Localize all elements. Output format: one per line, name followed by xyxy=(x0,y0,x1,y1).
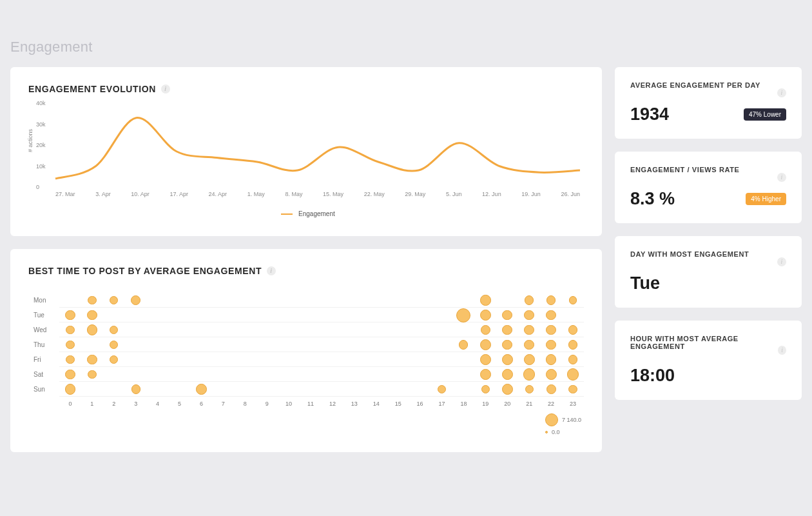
bubble-cell[interactable] xyxy=(59,293,81,308)
bubble-cell[interactable] xyxy=(59,367,81,382)
bubble-cell[interactable] xyxy=(518,352,540,367)
bubble-cell[interactable] xyxy=(409,337,431,352)
bubble-cell[interactable] xyxy=(147,337,169,352)
bubble-cell[interactable] xyxy=(300,382,322,397)
bubble-cell[interactable] xyxy=(322,352,343,367)
bubble-cell[interactable] xyxy=(234,308,256,322)
bubble-cell[interactable] xyxy=(540,337,562,352)
bubble-cell[interactable] xyxy=(562,337,584,352)
bubble-cell[interactable] xyxy=(59,337,81,352)
bubble-cell[interactable] xyxy=(387,382,409,397)
bubble-cell[interactable] xyxy=(212,308,234,322)
bubble-cell[interactable] xyxy=(256,293,278,308)
bubble-cell[interactable] xyxy=(365,308,387,322)
bubble-cell[interactable] xyxy=(81,308,103,322)
bubble-cell[interactable] xyxy=(431,352,453,367)
bubble-cell[interactable] xyxy=(147,382,169,397)
bubble-cell[interactable] xyxy=(59,308,81,322)
bubble-cell[interactable] xyxy=(103,352,125,367)
bubble-cell[interactable] xyxy=(256,337,278,352)
bubble-cell[interactable] xyxy=(103,337,125,352)
bubble-cell[interactable] xyxy=(431,293,453,308)
bubble-cell[interactable] xyxy=(474,382,496,397)
bubble-cell[interactable] xyxy=(409,367,431,382)
info-icon[interactable] xyxy=(161,84,170,94)
bubble-cell[interactable] xyxy=(81,352,103,367)
bubble-cell[interactable] xyxy=(147,367,169,382)
bubble-cell[interactable] xyxy=(234,352,256,367)
bubble-cell[interactable] xyxy=(212,337,234,352)
bubble-cell[interactable] xyxy=(212,293,234,308)
bubble-cell[interactable] xyxy=(234,337,256,352)
bubble-cell[interactable] xyxy=(409,308,431,322)
bubble-cell[interactable] xyxy=(387,337,409,352)
bubble-cell[interactable] xyxy=(322,322,343,337)
bubble-cell[interactable] xyxy=(474,337,496,352)
bubble-cell[interactable] xyxy=(300,293,322,308)
bubble-cell[interactable] xyxy=(278,367,300,382)
bubble-cell[interactable] xyxy=(431,308,453,322)
bubble-cell[interactable] xyxy=(343,382,365,397)
bubble-cell[interactable] xyxy=(496,293,518,308)
bubble-cell[interactable] xyxy=(343,352,365,367)
bubble-cell[interactable] xyxy=(453,337,475,352)
bubble-cell[interactable] xyxy=(256,308,278,322)
bubble-cell[interactable] xyxy=(191,382,213,397)
bubble-cell[interactable] xyxy=(496,337,518,352)
bubble-cell[interactable] xyxy=(234,293,256,308)
bubble-cell[interactable] xyxy=(191,337,213,352)
bubble-cell[interactable] xyxy=(147,308,169,322)
bubble-cell[interactable] xyxy=(81,337,103,352)
bubble-cell[interactable] xyxy=(191,293,213,308)
bubble-cell[interactable] xyxy=(59,382,81,397)
bubble-cell[interactable] xyxy=(453,308,475,322)
bubble-cell[interactable] xyxy=(562,382,584,397)
bubble-cell[interactable] xyxy=(343,337,365,352)
bubble-cell[interactable] xyxy=(278,337,300,352)
bubble-cell[interactable] xyxy=(540,382,562,397)
bubble-cell[interactable] xyxy=(191,367,213,382)
bubble-cell[interactable] xyxy=(256,322,278,337)
bubble-cell[interactable] xyxy=(453,382,475,397)
bubble-cell[interactable] xyxy=(212,367,234,382)
bubble-cell[interactable] xyxy=(518,382,540,397)
bubble-cell[interactable] xyxy=(365,352,387,367)
bubble-cell[interactable] xyxy=(409,322,431,337)
bubble-cell[interactable] xyxy=(474,293,496,308)
bubble-cell[interactable] xyxy=(518,322,540,337)
bubble-cell[interactable] xyxy=(431,367,453,382)
bubble-cell[interactable] xyxy=(387,352,409,367)
bubble-cell[interactable] xyxy=(343,308,365,322)
bubble-cell[interactable] xyxy=(256,352,278,367)
bubble-cell[interactable] xyxy=(343,367,365,382)
bubble-cell[interactable] xyxy=(256,367,278,382)
bubble-cell[interactable] xyxy=(169,293,191,308)
bubble-cell[interactable] xyxy=(453,352,475,367)
bubble-cell[interactable] xyxy=(453,293,475,308)
info-icon[interactable] xyxy=(777,88,786,97)
bubble-cell[interactable] xyxy=(518,367,540,382)
bubble-cell[interactable] xyxy=(431,382,453,397)
bubble-cell[interactable] xyxy=(300,352,322,367)
bubble-cell[interactable] xyxy=(300,337,322,352)
bubble-cell[interactable] xyxy=(278,382,300,397)
bubble-cell[interactable] xyxy=(496,322,518,337)
bubble-cell[interactable] xyxy=(431,337,453,352)
bubble-cell[interactable] xyxy=(496,382,518,397)
bubble-cell[interactable] xyxy=(409,382,431,397)
bubble-cell[interactable] xyxy=(278,352,300,367)
bubble-cell[interactable] xyxy=(278,293,300,308)
bubble-cell[interactable] xyxy=(518,308,540,322)
bubble-cell[interactable] xyxy=(81,322,103,337)
bubble-cell[interactable] xyxy=(234,382,256,397)
bubble-cell[interactable] xyxy=(169,352,191,367)
bubble-cell[interactable] xyxy=(300,308,322,322)
bubble-cell[interactable] xyxy=(540,352,562,367)
bubble-cell[interactable] xyxy=(169,337,191,352)
bubble-cell[interactable] xyxy=(540,308,562,322)
bubble-cell[interactable] xyxy=(540,293,562,308)
bubble-cell[interactable] xyxy=(300,367,322,382)
bubble-cell[interactable] xyxy=(409,293,431,308)
bubble-cell[interactable] xyxy=(496,308,518,322)
info-icon[interactable] xyxy=(777,257,786,266)
